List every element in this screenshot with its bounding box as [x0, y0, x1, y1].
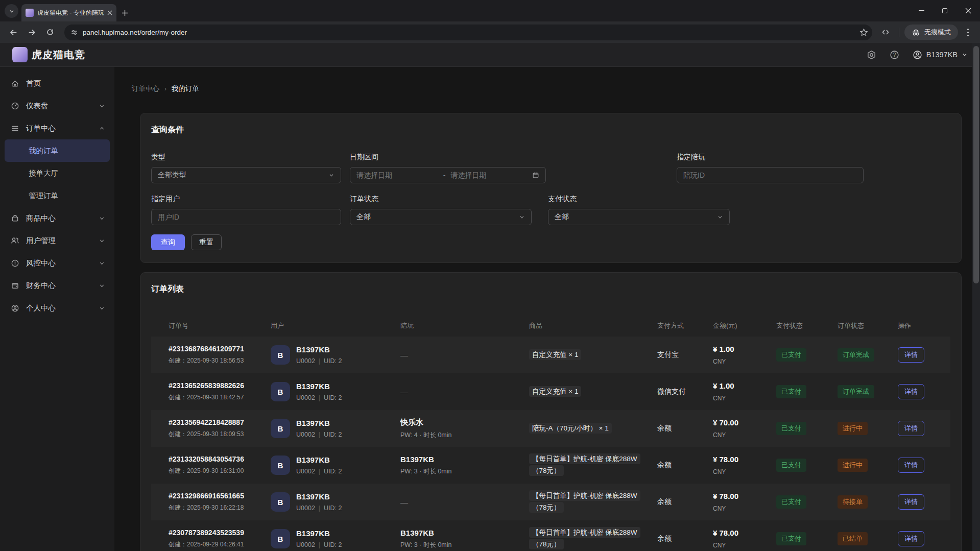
back-button[interactable]: [5, 24, 21, 40]
avatar: B: [271, 456, 290, 475]
companion-cell: —: [400, 498, 529, 507]
url-text[interactable]: panel.hupimao.net/order/my-order: [83, 29, 855, 36]
detail-button[interactable]: 详情: [898, 531, 924, 546]
new-tab-button[interactable]: [122, 10, 128, 16]
user-meta: U0002 | UID: 2: [296, 468, 342, 475]
user-menu[interactable]: B1397KB: [913, 50, 968, 60]
date-start-input[interactable]: [356, 171, 438, 179]
reset-button[interactable]: 重置: [191, 234, 222, 250]
date-range-picker[interactable]: -: [350, 167, 546, 183]
brand[interactable]: 虎皮猫电竞: [12, 47, 85, 62]
extensions-button[interactable]: [877, 24, 894, 40]
sidebar-subitem[interactable]: 我的订单: [5, 139, 110, 162]
forward-button[interactable]: [23, 24, 40, 40]
user-code: U0002: [296, 394, 315, 401]
sidebar-item-label: 风控中心: [26, 258, 92, 268]
pay-status-cell: 已支付: [776, 532, 838, 545]
companion-name: 快乐水: [400, 418, 529, 427]
users-icon: [10, 236, 19, 245]
product-name: 陪玩-A（70元/小时） × 1: [529, 423, 612, 434]
order-number: #231356942218428887: [169, 418, 271, 426]
pay-status-select[interactable]: 全部: [548, 209, 730, 225]
user-input[interactable]: [158, 213, 334, 221]
companion-input[interactable]: [683, 171, 857, 179]
site-settings-icon[interactable]: [70, 29, 78, 36]
maximize-icon: [942, 8, 947, 13]
sidebar-item-orders[interactable]: 订单中心: [0, 117, 114, 139]
pay-status-value: 全部: [555, 212, 569, 222]
currency: CNY: [713, 358, 776, 365]
browser-menu-button[interactable]: [963, 29, 973, 36]
toolbar-right: 无痕模式: [877, 24, 975, 40]
chevron-down-icon: [9, 8, 15, 14]
browser-toolbar: panel.hupimao.net/order/my-order 无痕模式: [0, 21, 980, 43]
detail-button[interactable]: 详情: [898, 494, 924, 510]
help-icon[interactable]: ?: [890, 50, 899, 60]
calendar-icon: [532, 172, 539, 179]
user-code: U0002: [296, 541, 315, 548]
sidebar-item-users[interactable]: 用户管理: [0, 229, 114, 252]
amount-cell: ¥ 78.00 CNY: [713, 492, 776, 512]
detail-button[interactable]: 详情: [898, 347, 924, 363]
table-row: #231365265839882626 创建：2025-09-30 18:42:…: [151, 373, 950, 410]
breadcrumb: 订单中心 › 我的订单: [132, 84, 962, 93]
user-input-wrap[interactable]: [151, 209, 341, 225]
sidebar-nav: 首页 仪表盘 订单中心 我的订单 接单大厅 管理订单 商品中心 用户管理: [0, 67, 114, 551]
browser-tab[interactable]: 虎皮猫电竞 - 专业的陪玩平台: [21, 4, 116, 21]
sidebar-item-profile[interactable]: 个人中心: [0, 297, 114, 319]
tab-close-icon[interactable]: [107, 10, 112, 15]
sidebar-item-finance[interactable]: 财务中心: [0, 274, 114, 297]
user-uid: UID: 2: [324, 394, 342, 401]
detail-button[interactable]: 详情: [898, 421, 924, 436]
breadcrumb-parent[interactable]: 订单中心: [132, 84, 159, 93]
address-bar[interactable]: panel.hupimao.net/order/my-order: [64, 25, 872, 40]
user-code: U0002: [296, 431, 315, 438]
sidebar-item-products[interactable]: 商品中心: [0, 207, 114, 229]
user-uid: UID: 2: [324, 468, 342, 475]
table-row: #231368768461209771 创建：2025-09-30 18:56:…: [151, 337, 950, 373]
action-cell: 详情: [898, 384, 941, 399]
bookmark-star-icon[interactable]: [859, 28, 868, 37]
window-maximize-button[interactable]: [933, 0, 957, 21]
sidebar-item-risk[interactable]: 风控中心: [0, 252, 114, 274]
order-number: #231365265839882626: [169, 381, 271, 390]
minimize-icon: [919, 10, 924, 11]
settings-gear-icon[interactable]: [867, 50, 876, 60]
tab-search-button[interactable]: [5, 4, 18, 18]
order-status-cell: 已结单: [838, 532, 898, 545]
type-select[interactable]: 全部类型: [151, 167, 341, 183]
sidebar-subitem[interactable]: 管理订单: [5, 184, 110, 207]
order-number-cell: #231365265839882626 创建：2025-09-30 18:42:…: [169, 381, 271, 402]
avatar: B: [271, 492, 290, 512]
order-number: #230787389243523539: [169, 529, 271, 537]
date-separator: -: [443, 171, 446, 179]
sidebar-item-home[interactable]: 首页: [0, 72, 114, 94]
page-scrollbar[interactable]: [972, 43, 980, 551]
detail-button[interactable]: 详情: [898, 458, 924, 473]
header-actions: ? B1397KB: [867, 50, 968, 60]
detail-button[interactable]: 详情: [898, 384, 924, 399]
sidebar-subitem-label: 接单大厅: [29, 169, 58, 178]
order-number: #231332058843054736: [169, 455, 271, 463]
action-cell: 详情: [898, 531, 941, 546]
meta-divider: |: [319, 468, 320, 475]
order-number-cell: #230787389243523539 创建：2025-09-29 04:26:…: [169, 529, 271, 549]
sidebar-subitem-label: 管理订单: [29, 191, 58, 201]
scrollbar-thumb[interactable]: [973, 46, 979, 283]
companion-input-wrap[interactable]: [677, 167, 864, 183]
code-icon: [881, 28, 890, 36]
reload-button[interactable]: [42, 24, 58, 40]
query-card: 查询条件 类型 全部类型 日期区间 -: [140, 113, 962, 263]
user-cell: B B1397KB U0002 | UID: 2: [271, 345, 400, 365]
search-button[interactable]: 查询: [151, 234, 185, 250]
chevron-down-icon: [99, 103, 105, 109]
window-minimize-button[interactable]: [910, 0, 933, 21]
order-created-time: 创建：2025-09-30 18:42:57: [169, 393, 271, 402]
order-status-select[interactable]: 全部: [350, 209, 532, 225]
date-end-input[interactable]: [450, 171, 532, 179]
reload-icon: [46, 28, 54, 36]
window-close-button[interactable]: [957, 0, 980, 21]
sidebar-item-dashboard[interactable]: 仪表盘: [0, 94, 114, 117]
user-uid: UID: 2: [324, 505, 342, 512]
sidebar-subitem[interactable]: 接单大厅: [5, 162, 110, 184]
